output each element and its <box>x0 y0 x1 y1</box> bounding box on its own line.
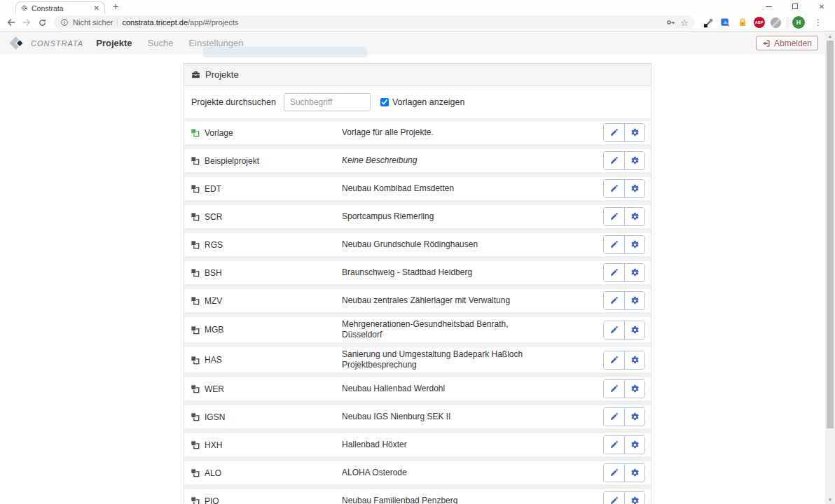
profile-avatar[interactable]: H <box>792 16 805 29</box>
edit-project-button[interactable] <box>604 464 624 482</box>
pencil-icon <box>609 496 619 504</box>
url-host: constrata.tricept.de <box>122 18 188 27</box>
maximize-button[interactable] <box>782 0 808 13</box>
scrollbar-down-arrow[interactable]: ▼ <box>825 495 835 504</box>
project-settings-button[interactable] <box>624 408 644 426</box>
show-templates-label[interactable]: Vorlagen anzeigen <box>392 97 465 107</box>
minimize-button[interactable] <box>755 0 782 13</box>
main-nav: Projekte Suche Einstellungen <box>96 38 243 48</box>
new-tab-button[interactable]: + <box>113 1 118 12</box>
eyedropper-extension-icon[interactable] <box>703 17 715 29</box>
project-stacked-squares-icon <box>191 240 200 249</box>
project-description: Vorlage für alle Projekte. <box>342 127 434 138</box>
gear-icon <box>630 384 640 393</box>
edit-project-button[interactable] <box>604 408 624 426</box>
edit-project-button[interactable] <box>604 321 624 339</box>
project-description: Hallenbad Höxter <box>342 440 407 450</box>
project-settings-button[interactable] <box>624 380 644 398</box>
project-description-cell: Braunschweig - Stadtbad Heidberg <box>336 267 596 278</box>
web-page: CONSTRATA Projekte Suche Einstellungen A… <box>0 31 835 504</box>
project-description-cell: Hallenbad Höxter <box>336 440 596 450</box>
project-settings-button[interactable] <box>624 292 644 309</box>
yellow-lock-extension-icon[interactable] <box>736 17 748 29</box>
scrollbar-thumb[interactable] <box>827 41 834 428</box>
nav-item-suche[interactable]: Suche <box>148 38 174 48</box>
project-settings-button[interactable] <box>624 264 644 281</box>
project-actions <box>596 235 651 254</box>
project-code-cell: EDT <box>184 184 336 194</box>
nav-item-einstellungen[interactable]: Einstellungen <box>188 38 243 48</box>
brand-logo[interactable]: CONSTRATA <box>8 36 83 51</box>
edit-project-button[interactable] <box>604 236 624 253</box>
projects-panel: Projekte Projekte durchsuchen Vorlagen a… <box>184 63 651 504</box>
project-description: Neubau Familienbad Penzberg <box>342 496 457 504</box>
project-description: Neubau zentrales Zählerlager mit Verwalt… <box>342 295 510 306</box>
project-row: HXH Hallenbad Höxter <box>184 433 651 456</box>
scrollbar-up-arrow[interactable]: ▲ <box>825 31 835 41</box>
project-description-cell: ALOHA Osterode <box>336 468 596 478</box>
forward-button[interactable] <box>20 15 34 29</box>
project-code: IGSN <box>205 412 225 422</box>
gear-icon <box>630 440 640 449</box>
project-settings-button[interactable] <box>624 436 644 454</box>
adblock-plus-extension-icon[interactable]: ABP <box>753 17 765 29</box>
project-actions <box>596 491 651 504</box>
pencil-icon <box>609 326 619 335</box>
url-path: /app/#/projects <box>188 18 238 27</box>
edit-project-button[interactable] <box>604 208 624 225</box>
project-stacked-squares-icon <box>191 384 200 393</box>
project-settings-button[interactable] <box>624 351 644 369</box>
password-key-icon[interactable] <box>666 18 676 27</box>
extensions-area: ABP H ⋮ <box>700 16 831 29</box>
back-button[interactable] <box>4 15 18 29</box>
project-actions <box>596 463 651 482</box>
pencil-icon <box>609 212 619 221</box>
disabled-extension-icon[interactable] <box>770 17 782 29</box>
edit-project-button[interactable] <box>604 380 624 398</box>
project-settings-button[interactable] <box>624 124 644 141</box>
edit-project-button[interactable] <box>604 351 624 369</box>
edit-project-button[interactable] <box>604 292 624 309</box>
project-button-group <box>603 207 645 226</box>
project-stacked-squares-icon <box>191 156 200 165</box>
constrata-logo-icon <box>8 36 27 51</box>
project-settings-button[interactable] <box>624 321 644 339</box>
close-button[interactable]: ✕ <box>808 0 835 13</box>
tab-close-icon[interactable]: ✕ <box>94 4 99 12</box>
edit-project-button[interactable] <box>604 264 624 281</box>
bookmark-star-icon[interactable]: ☆ <box>680 18 689 27</box>
project-code: ALO <box>205 468 221 478</box>
project-settings-button[interactable] <box>624 464 644 482</box>
edit-project-button[interactable] <box>604 492 624 504</box>
gear-icon <box>630 128 640 137</box>
project-settings-button[interactable] <box>624 208 644 225</box>
panel-title: Projekte <box>205 69 239 80</box>
project-code: HAS <box>205 355 222 365</box>
project-settings-button[interactable] <box>624 236 644 253</box>
search-input[interactable] <box>284 93 371 111</box>
project-settings-button[interactable] <box>624 492 644 504</box>
reload-button[interactable] <box>35 15 49 29</box>
info-icon[interactable] <box>60 18 69 27</box>
logout-button[interactable]: Abmelden <box>756 36 818 50</box>
project-code: MGB <box>205 325 223 335</box>
project-description: Braunschweig - Stadtbad Heidberg <box>342 267 472 278</box>
project-code-cell: PIO <box>184 496 336 504</box>
page-scrollbar[interactable]: ▲ ▼ <box>825 31 835 504</box>
project-button-group <box>603 491 645 504</box>
project-stacked-squares-icon <box>191 496 200 504</box>
chrome-menu-icon[interactable]: ⋮ <box>810 18 828 27</box>
project-code: HXH <box>205 440 222 450</box>
show-templates-checkbox[interactable] <box>380 98 389 106</box>
browser-tab[interactable]: Constrata ✕ <box>15 1 105 14</box>
project-code-cell: RGS <box>184 240 336 250</box>
address-bar[interactable]: Nicht sicher constrata.tricept.de/app/#/… <box>54 15 695 29</box>
project-settings-button[interactable] <box>624 180 644 197</box>
nav-item-projekte[interactable]: Projekte <box>96 38 132 48</box>
project-settings-button[interactable] <box>624 152 644 169</box>
edit-project-button[interactable] <box>604 152 624 169</box>
edit-project-button[interactable] <box>604 124 624 141</box>
edit-project-button[interactable] <box>604 180 624 197</box>
edit-project-button[interactable] <box>604 436 624 454</box>
blue-square-extension-icon[interactable] <box>719 17 731 29</box>
